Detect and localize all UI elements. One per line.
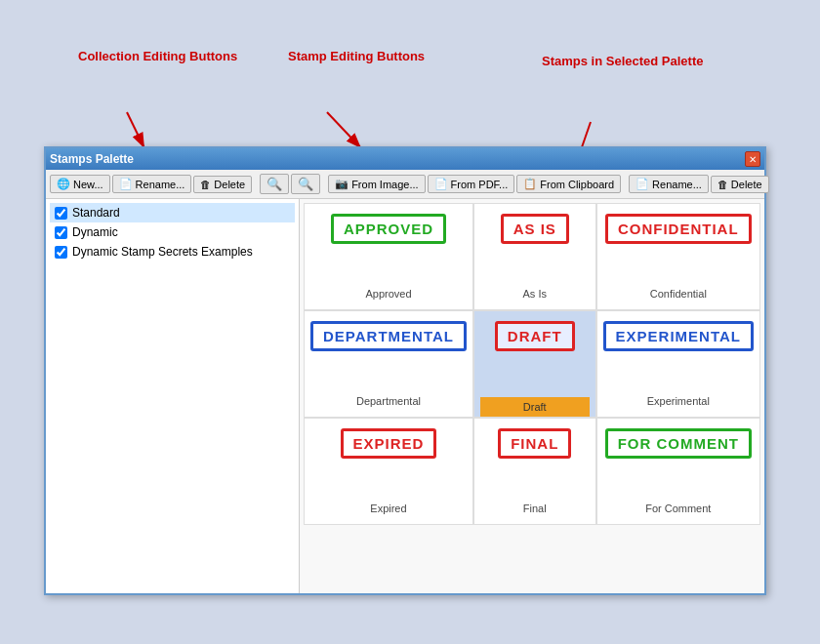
stamp-cell-as-is[interactable]: AS IS As Is bbox=[473, 203, 596, 310]
from-image-button[interactable]: 📷 From Image... bbox=[328, 175, 425, 193]
experimental-label: Experimental bbox=[647, 391, 710, 411]
content-area: Standard Dynamic Dynamic Stamp Secrets E… bbox=[46, 199, 764, 593]
from-clipboard-label: From Clipboard bbox=[540, 179, 614, 190]
draft-stamp: DRAFT bbox=[495, 321, 575, 351]
sidebar-item-dynamic[interactable]: Dynamic bbox=[50, 222, 295, 242]
clipboard-icon: 📋 bbox=[523, 178, 537, 190]
delete-collection-button[interactable]: 🗑 Delete bbox=[193, 176, 252, 193]
zoom-in-button[interactable]: 🔍 bbox=[260, 174, 289, 194]
zoom-in-icon: 🔍 bbox=[266, 177, 282, 191]
dynamic-secrets-checkbox[interactable] bbox=[55, 246, 67, 259]
stamp-cell-expired[interactable]: EXPIRED Expired bbox=[304, 418, 473, 525]
pdf-icon: 📄 bbox=[434, 178, 448, 190]
svg-line-1 bbox=[327, 112, 361, 148]
stamp-cell-draft[interactable]: DRAFT Draft bbox=[473, 310, 596, 418]
dynamic-checkbox[interactable] bbox=[55, 226, 67, 239]
dynamic-label: Dynamic bbox=[72, 225, 118, 239]
stamp-cell-experimental[interactable]: EXPERIMENTAL Experimental bbox=[596, 310, 760, 418]
standard-label: Standard bbox=[72, 206, 120, 220]
from-clipboard-button[interactable]: 📋 From Clipboard bbox=[516, 175, 621, 193]
final-stamp: FINAL bbox=[498, 428, 571, 459]
window-title: Stamps Palette bbox=[50, 152, 134, 166]
close-button[interactable]: ✕ bbox=[745, 151, 760, 167]
rename-collection-button[interactable]: 📄 Rename... bbox=[112, 175, 192, 193]
for-comment-label: For Comment bbox=[645, 499, 711, 518]
sidebar: Standard Dynamic Dynamic Stamp Secrets E… bbox=[46, 199, 300, 593]
delete-stamp-icon: 🗑 bbox=[718, 179, 728, 190]
from-image-label: From Image... bbox=[351, 179, 418, 190]
svg-line-0 bbox=[127, 112, 144, 148]
from-pdf-button[interactable]: 📄 From PDF... bbox=[428, 175, 515, 193]
stamp-editing-label: Stamp Editing Buttons bbox=[288, 49, 425, 65]
stamps-in-palette-label: Stamps in Selected Palette bbox=[542, 54, 703, 70]
stamp-grid: APPROVED Approved AS IS As Is CONFIDENTI… bbox=[304, 203, 760, 525]
delete-label: Delete bbox=[214, 179, 245, 190]
rename-stamp-label: Rename... bbox=[652, 179, 702, 190]
draft-label: Draft bbox=[480, 397, 590, 417]
stamp-cell-confidential[interactable]: CONFIDENTIAL Confidential bbox=[596, 203, 760, 310]
from-pdf-label: From PDF... bbox=[451, 179, 509, 190]
confidential-stamp: CONFIDENTIAL bbox=[605, 214, 752, 244]
as-is-stamp: AS IS bbox=[501, 214, 569, 244]
standard-checkbox[interactable] bbox=[55, 207, 67, 220]
toolbar: 🌐 New... 📄 Rename... 🗑 Delete 🔍 🔍 📷 From… bbox=[46, 170, 764, 199]
rename-stamp-icon: 📄 bbox=[636, 178, 649, 190]
dynamic-secrets-label: Dynamic Stamp Secrets Examples bbox=[72, 245, 253, 259]
delete-stamp-label: Delete bbox=[731, 179, 762, 190]
expired-stamp: EXPIRED bbox=[341, 428, 437, 459]
sidebar-item-dynamic-secrets[interactable]: Dynamic Stamp Secrets Examples bbox=[50, 242, 295, 262]
confidential-label: Confidential bbox=[650, 284, 707, 303]
image-icon: 📷 bbox=[335, 178, 348, 190]
approved-stamp: APPROVED bbox=[331, 214, 446, 244]
final-label: Final bbox=[523, 499, 547, 518]
departmental-stamp: DEPARTMENTAL bbox=[310, 321, 467, 351]
for-comment-stamp: FOR COMMENT bbox=[605, 428, 752, 459]
new-collection-button[interactable]: 🌐 New... bbox=[50, 175, 110, 193]
zoom-out-button[interactable]: 🔍 bbox=[291, 174, 320, 194]
stamp-area: APPROVED Approved AS IS As Is CONFIDENTI… bbox=[300, 199, 764, 593]
titlebar: Stamps Palette ✕ bbox=[46, 148, 764, 170]
approved-label: Approved bbox=[365, 284, 411, 303]
rename-stamp-button[interactable]: 📄 Rename... bbox=[629, 175, 709, 193]
stamp-cell-for-comment[interactable]: FOR COMMENT For Comment bbox=[596, 418, 760, 525]
experimental-stamp: EXPERIMENTAL bbox=[603, 321, 754, 351]
delete-icon: 🗑 bbox=[200, 179, 211, 190]
stamps-palette-window: Stamps Palette ✕ 🌐 New... 📄 Rename... 🗑 … bbox=[44, 146, 766, 595]
new-label: New... bbox=[73, 179, 103, 190]
stamp-cell-approved[interactable]: APPROVED Approved bbox=[304, 203, 473, 310]
rename-icon: 📄 bbox=[119, 178, 133, 190]
rename-label: Rename... bbox=[136, 179, 185, 190]
collection-editing-label: Collection Editing Buttons bbox=[78, 49, 237, 65]
departmental-label: Departmental bbox=[356, 391, 421, 411]
stamp-cell-final[interactable]: FINAL Final bbox=[473, 418, 596, 525]
new-icon: 🌐 bbox=[57, 178, 70, 190]
as-is-label: As Is bbox=[523, 284, 547, 303]
sidebar-item-standard[interactable]: Standard bbox=[50, 203, 295, 222]
delete-stamp-button[interactable]: 🗑 Delete bbox=[711, 176, 769, 193]
zoom-out-icon: 🔍 bbox=[298, 177, 313, 191]
expired-label: Expired bbox=[370, 499, 406, 518]
stamp-cell-departmental[interactable]: DEPARTMENTAL Departmental bbox=[304, 310, 473, 418]
